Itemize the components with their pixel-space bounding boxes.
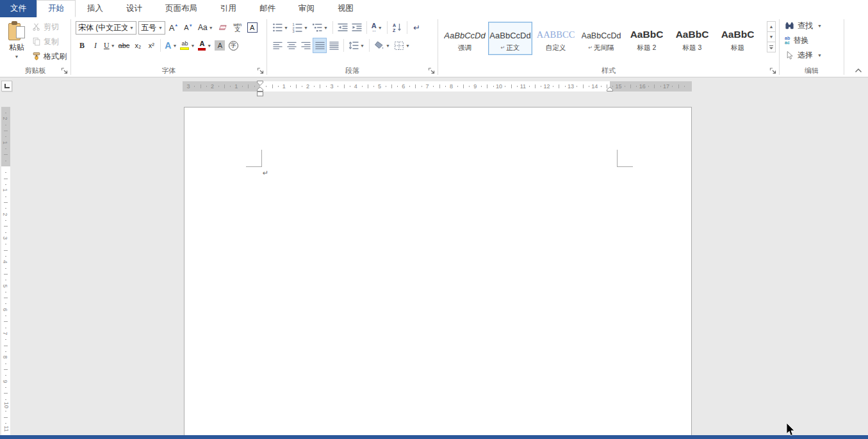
tab-设计[interactable]: 设计 <box>115 0 154 17</box>
document-page[interactable]: ↵ <box>184 107 692 435</box>
select-button[interactable]: 选择▼ <box>785 49 844 61</box>
ruler-tick <box>5 244 6 244</box>
ruler-tick <box>5 423 6 424</box>
font-dialog-launcher[interactable] <box>257 67 265 75</box>
text-effects-button[interactable]: A▼ <box>163 38 178 52</box>
styles-gallery-more-button[interactable] <box>767 42 776 52</box>
decrease-indent-button[interactable] <box>336 20 349 35</box>
font-size-dropdown-arrow[interactable]: ▼ <box>156 26 165 30</box>
horizontal-ruler[interactable]: 3211234567891011121314151617 <box>183 81 692 92</box>
tab-插入[interactable]: 插入 <box>76 0 115 17</box>
align-left-button[interactable] <box>271 38 284 52</box>
paragraph-dialog-launcher[interactable] <box>428 67 436 75</box>
ruler-tick <box>230 86 231 87</box>
status-bar[interactable] <box>0 435 868 439</box>
text-highlight-button[interactable]: ab▼ <box>179 38 196 52</box>
styles-scroll-up-button[interactable]: ▲ <box>767 21 776 32</box>
copy-button[interactable]: 复制 <box>32 36 67 47</box>
ruler-tick <box>5 351 6 352</box>
clipboard-dialog-launcher[interactable] <box>61 67 69 75</box>
hanging-indent-marker[interactable] <box>257 87 263 92</box>
font-name-combobox[interactable]: 宋体 (中文正文 ▼ <box>76 21 136 35</box>
tab-审阅[interactable]: 审阅 <box>287 0 326 17</box>
change-case-button[interactable]: Aa▼ <box>197 20 215 35</box>
ribbon-home: 粘贴 ▼ 剪切 复制 格式刷 剪贴板 <box>0 17 868 77</box>
ruler-tick <box>439 84 440 88</box>
ruler-tick <box>4 250 8 251</box>
show-hide-marks-button[interactable]: ↵ <box>411 20 423 35</box>
left-indent-marker[interactable] <box>257 92 263 97</box>
font-name-value: 宋体 (中文正文 <box>76 22 127 33</box>
asian-layout-button[interactable]: A↔▼ <box>370 20 384 35</box>
ruler-tick <box>397 86 398 87</box>
numbering-button[interactable]: ▼ <box>291 20 309 35</box>
underline-button[interactable]: U▼ <box>102 38 117 52</box>
ruler-tick: 7 <box>2 332 8 335</box>
multilevel-list-button[interactable]: ▼ <box>311 20 329 35</box>
right-indent-marker[interactable] <box>607 87 613 92</box>
increase-indent-button[interactable] <box>350 20 363 35</box>
superscript-button[interactable]: x² <box>145 38 158 52</box>
distribute-button[interactable] <box>327 38 340 52</box>
find-button[interactable]: 查找▼ <box>785 19 844 32</box>
format-painter-button[interactable]: 格式刷 <box>32 51 67 61</box>
bold-button[interactable]: B <box>76 38 88 52</box>
style-item-标题 3[interactable]: AaBbC标题 3 <box>670 22 714 55</box>
align-right-button[interactable] <box>299 38 312 52</box>
font-size-combobox[interactable]: 五号 ▼ <box>138 21 165 35</box>
paste-button[interactable]: 粘贴 ▼ <box>3 20 30 67</box>
clear-formatting-button[interactable] <box>217 20 229 35</box>
format-painter-icon <box>32 52 41 61</box>
character-shading-button[interactable]: A <box>213 38 226 52</box>
first-line-indent-marker[interactable] <box>257 81 263 86</box>
ruler-tick: 2 <box>2 117 8 120</box>
replace-button[interactable]: ab ac 替换 <box>785 34 844 47</box>
ruler-tick <box>422 86 422 87</box>
borders-button[interactable]: ▼ <box>393 38 411 52</box>
tab-邮件[interactable]: 邮件 <box>248 0 287 17</box>
style-label: 标题 2 <box>637 44 657 52</box>
tab-file[interactable]: 文件 <box>0 0 37 17</box>
ruler-tick <box>607 84 607 88</box>
font-name-dropdown-arrow[interactable]: ▼ <box>127 26 136 30</box>
styles-scroll-down-button[interactable]: ▼ <box>767 31 776 42</box>
style-item-标题[interactable]: AaBbC标题 <box>716 22 760 55</box>
ruler-tick <box>529 86 530 87</box>
paste-dropdown-arrow[interactable]: ▼ <box>3 54 30 59</box>
style-item-正文[interactable]: AaBbCcDd↵正文 <box>488 22 532 55</box>
line-spacing-button[interactable]: ▼ <box>347 38 366 52</box>
tab-引用[interactable]: 引用 <box>209 0 248 17</box>
ruler-tick <box>625 86 625 87</box>
style-item-强调[interactable]: AaBbCcDd强调 <box>443 22 487 55</box>
styles-dialog-launcher[interactable] <box>769 67 777 75</box>
tab-开始[interactable]: 开始 <box>37 0 76 17</box>
collapse-ribbon-button[interactable] <box>854 67 863 74</box>
grow-font-button[interactable]: A▲ <box>167 20 180 35</box>
style-item-自定义[interactable]: AABBCC自定义 <box>534 22 578 55</box>
ruler-tick: 7 <box>426 83 429 90</box>
font-color-button[interactable]: A▼ <box>197 38 213 52</box>
vertical-ruler[interactable]: 211234567891011 <box>1 107 10 435</box>
shrink-font-button[interactable]: A▼ <box>182 20 195 35</box>
tab-视图[interactable]: 视图 <box>326 0 365 17</box>
justify-button[interactable] <box>313 38 326 52</box>
italic-button[interactable]: I <box>89 38 102 52</box>
tab-stop-selector[interactable] <box>1 81 12 92</box>
style-sample: AaBbCcDd <box>444 25 485 40</box>
style-item-标题 2[interactable]: AaBbC标题 2 <box>625 22 669 55</box>
align-center-button[interactable] <box>285 38 298 52</box>
phonetic-guide-button[interactable]: wén文 <box>231 20 244 35</box>
style-item-无间隔[interactable]: AaBbCcDd↵无间隔 <box>579 22 623 55</box>
strikethrough-button[interactable]: abc <box>117 38 131 52</box>
tab-页面布局[interactable]: 页面布局 <box>154 0 209 17</box>
sort-button[interactable] <box>391 20 404 35</box>
enclose-characters-button[interactable]: 字 <box>227 38 240 52</box>
subscript-button[interactable]: x₂ <box>131 38 144 52</box>
character-border-button[interactable]: A <box>246 20 259 35</box>
style-label: ↵无间隔 <box>588 44 614 52</box>
find-label: 查找 <box>798 20 813 31</box>
cut-button[interactable]: 剪切 <box>32 22 67 32</box>
shading-button[interactable]: ▼ <box>373 38 391 52</box>
bullets-button[interactable]: ▼ <box>271 20 290 35</box>
ruler-tick <box>481 86 482 87</box>
